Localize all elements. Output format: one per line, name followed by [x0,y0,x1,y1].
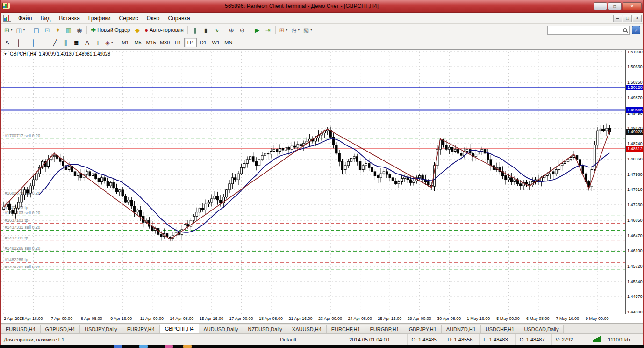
periods-button[interactable]: ◷▾ [289,25,301,35]
fibonacci-button[interactable]: ≣ [71,37,82,48]
metaeditor-button[interactable]: ◆ [132,25,143,35]
tab-usdjpy-daily[interactable]: USDJPY,Daily [80,325,122,334]
tab-usdcad-daily[interactable]: USDCAD,Daily [519,325,564,334]
tab-eurgbp-h1[interactable]: EURGBP,H1 [365,325,404,334]
search-input[interactable] [550,27,623,34]
order-line-label: #1437331 tp [5,236,28,240]
indicators-icon: ⊞ [279,27,285,33]
indicators-button[interactable]: ⊞▾ [278,25,289,35]
menu-insert[interactable]: Вставка [55,14,84,23]
data-window-button[interactable]: ⊡ [42,25,52,35]
profile-selector[interactable]: Default [276,334,345,345]
text-label-icon: T [96,40,100,46]
mdi-close-button[interactable]: × [633,14,642,22]
chevron-down-icon: ▾ [298,28,300,32]
timeframe-d1[interactable]: D1 [197,38,209,47]
tab-xauusd-h4[interactable]: XAUUSD,H4 [287,325,327,334]
timeframe-m1[interactable]: M1 [119,38,132,47]
timeframe-m30[interactable]: M30 [158,38,172,47]
equidistant-channel-button[interactable]: ∥ [60,37,71,48]
search-area: ↗ [547,26,642,35]
symbol-quote: 1.49099 1.49130 1.48981 1.49028 [39,51,110,57]
toolbar-separator [86,26,87,34]
traffic-counter: 1110/1 kb [604,334,644,345]
community-button[interactable]: ↗ [632,26,640,34]
price-tick: 1.46850 [627,218,643,223]
candle-chart-mode-button[interactable]: ▮ [200,25,211,35]
new-order-button[interactable]: ✚Новый Ордер [89,25,132,35]
zoom-out-button[interactable]: ⊖ [237,25,248,35]
time-tick: 7 May 16:00 [556,316,579,321]
tab-eurusd-h4[interactable]: EURUSD,H4 [1,325,41,334]
window-title: 565896: Panteon Client Terminal - Демо С… [10,3,594,9]
tab-audnzd-h1[interactable]: AUDNZD,H1 [442,325,481,334]
mdi-restore-button[interactable]: □ [623,14,632,22]
time-tick: 11 Apr 00:00 [140,316,164,321]
taskbar-icon[interactable] [139,345,148,348]
tab-nzdusd-daily[interactable]: NZDUSD,Daily [243,325,287,334]
price-chart[interactable]: #1700717 sell 0.20#1602673 sell 0.20#160… [0,50,625,314]
minimize-button[interactable]: – [594,2,607,10]
time-axis[interactable]: 2 Apr 20143 Apr 16:007 Apr 00:008 Apr 08… [0,314,625,323]
taskbar-icon[interactable] [183,345,192,348]
close-button[interactable]: × [623,2,642,10]
arrows-button[interactable]: ◈▾ [103,37,115,48]
price-scale[interactable]: 1.510001.506301.502501.498701.494901.491… [625,50,644,314]
time-tick: 7 Apr 00:00 [51,316,72,321]
search-box [547,26,630,35]
app-logo-icon [2,3,10,9]
templates-button[interactable]: ▧▾ [301,25,314,35]
title-bar[interactable]: 565896: Panteon Client Terminal - Демо С… [0,0,644,13]
terminal-button[interactable]: ▦ [63,25,74,35]
search-icon[interactable] [623,28,627,32]
navigator-button[interactable]: ✦ [52,25,63,35]
market-watch-button[interactable]: ▤ [31,25,42,35]
price-tick: 1.47230 [627,203,643,207]
trendline-icon: ╱ [53,40,57,46]
chart-shift-button[interactable]: ⇥ [263,25,273,35]
menu-tools[interactable]: Сервис [115,14,143,23]
menu-charts[interactable]: Графики [84,14,115,23]
tab-usdchf-h1[interactable]: USDCHF,H1 [481,325,520,334]
cursor-button[interactable]: ↖ [2,37,13,48]
taskbar-icon[interactable] [165,345,173,348]
strategy-tester-button[interactable]: ◉ [74,25,85,35]
timeframe-h4[interactable]: H4 [184,38,197,47]
new-chart-button[interactable]: ⊞▾ [2,25,14,35]
zoom-in-button[interactable]: ⊕ [226,25,237,35]
menu-help[interactable]: Справка [164,14,194,23]
auto-scroll-button[interactable]: ▶ [252,25,263,35]
timeframe-h1[interactable]: H1 [172,38,184,47]
bar-chart-mode-button[interactable]: ∥ [190,25,200,35]
tab-eurchf-h1[interactable]: EURCHF,H1 [327,325,365,334]
line-chart-mode-button[interactable]: ∿ [211,25,222,35]
windows-taskbar[interactable] [0,345,644,348]
timeframe-m5[interactable]: M5 [132,38,144,47]
status-open: O: 1.48485 [408,334,444,345]
timeframe-m15[interactable]: M15 [144,38,158,47]
tab-eurjpy-h4[interactable]: EURJPY,H4 [122,325,160,334]
vertical-line-button[interactable]: │ [28,37,39,48]
menu-window[interactable]: Окно [143,14,164,23]
tab-audusd-daily[interactable]: AUDUSD,Daily [199,325,243,334]
auto-trading-button[interactable]: ●Авто-торговля [143,25,186,35]
crosshair-button[interactable]: ┼ [13,37,24,48]
maximize-button[interactable]: □ [608,2,622,10]
zigzag-line [4,129,609,239]
chart-symbol-label[interactable]: ▼ GBPCHF,H4 1.49099 1.49130 1.48981 1.49… [4,51,110,57]
profiles-button[interactable]: ◫▾ [14,25,27,35]
timeframe-w1[interactable]: W1 [209,38,222,47]
trendline-button[interactable]: ╱ [50,37,60,48]
tab-gbpusd-h4[interactable]: GBPUSD,H4 [41,325,80,334]
timeframe-mn[interactable]: MN [222,38,235,47]
collapse-triangle-icon[interactable]: ▼ [4,52,7,56]
menu-file[interactable]: Файл [14,14,36,23]
tab-gbpjpy-h1[interactable]: GBPJPY,H1 [404,325,442,334]
taskbar-icon[interactable] [114,345,122,348]
tab-gbpchf-h4[interactable]: GBPCHF,H4 [160,324,199,334]
horizontal-line-button[interactable]: ─ [39,37,50,48]
text-button[interactable]: A [82,37,93,48]
menu-view[interactable]: Вид [36,14,55,23]
mdi-minimize-button[interactable]: – [613,14,622,22]
text-label-button[interactable]: T [93,37,103,48]
